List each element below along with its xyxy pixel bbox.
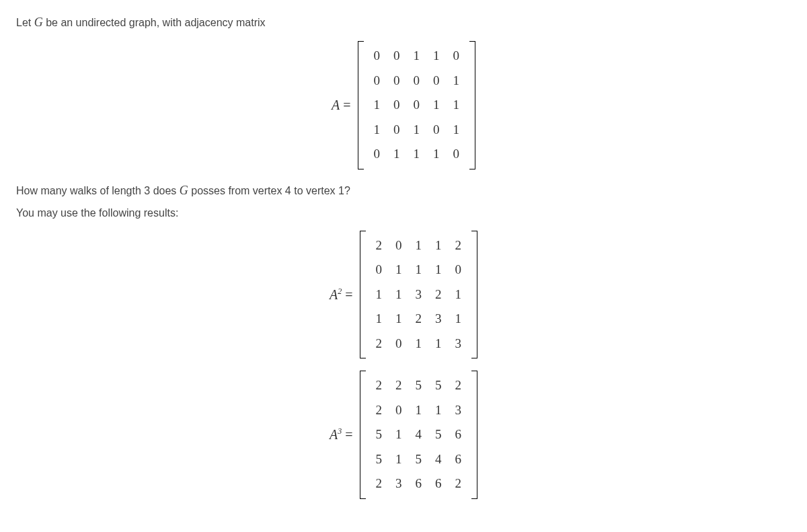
matrix-cell: 2	[428, 282, 449, 307]
matrix-cell: 6	[449, 422, 469, 447]
matrix-a-eq: =	[340, 98, 350, 112]
matrix-row-cells: 20113	[369, 398, 469, 423]
matrix-a3-var: A	[330, 427, 338, 442]
matrix-cell: 0	[367, 69, 387, 93]
matrix-cell: 1	[369, 282, 389, 307]
matrix-cell: 0	[367, 44, 387, 69]
matrix-cell: 4	[428, 447, 449, 472]
matrix-a2-row: A2 = 2011201110113211123120113	[16, 231, 791, 359]
matrix-cell: 1	[389, 422, 409, 447]
matrix-a-label: A =	[332, 95, 351, 115]
matrix-cell: 1	[367, 118, 387, 143]
matrix-cell: 0	[387, 44, 407, 69]
matrix-row-cells: 20112	[369, 233, 469, 258]
matrix-a-row: A = 0011000001100111010101110	[16, 41, 791, 169]
matrix-row-cells: 11231	[369, 307, 469, 332]
matrix-cell: 1	[428, 332, 449, 356]
matrix-a2-var: A	[330, 287, 338, 302]
matrix-a-var: A	[332, 98, 340, 112]
matrix-a2-label: A2 =	[330, 284, 353, 305]
matrix-cell: 0	[449, 258, 469, 282]
matrix-cell: 0	[426, 69, 447, 93]
matrix-a-table: 0011000001100111010101110	[367, 44, 467, 167]
intro-prefix: Let	[16, 17, 34, 28]
matrix-row-cells: 00110	[367, 44, 467, 69]
matrix-cell: 2	[449, 471, 469, 496]
matrix-cell: 1	[428, 258, 449, 282]
matrix-cell: 0	[389, 398, 409, 423]
matrix-cell: 1	[407, 118, 427, 143]
matrix-row-cells: 10011	[367, 93, 467, 118]
matrix-cell: 0	[426, 118, 447, 143]
matrix-cell: 2	[409, 307, 429, 332]
matrix-cell: 1	[389, 282, 409, 307]
matrix-cell: 0	[407, 93, 427, 118]
matrix-cell: 2	[369, 332, 389, 356]
matrix-cell: 1	[409, 332, 429, 356]
intro-graph-var: G	[34, 15, 43, 29]
matrix-cell: 1	[369, 307, 389, 332]
matrix-row-cells: 10101	[367, 118, 467, 143]
matrix-cell: 1	[447, 69, 467, 93]
matrix-cell: 1	[447, 93, 467, 118]
matrix-row-cells: 01110	[367, 142, 467, 167]
matrix-cell: 1	[387, 142, 407, 167]
matrix-cell: 5	[369, 447, 389, 472]
matrix-cell: 0	[367, 142, 387, 167]
intro-suffix: be an undirected graph, with adjacency m…	[43, 17, 266, 28]
matrix-cell: 0	[387, 118, 407, 143]
matrix-cell: 1	[389, 258, 409, 282]
matrix-cell: 0	[447, 44, 467, 69]
matrix-cell: 2	[369, 373, 389, 398]
matrix-cell: 1	[407, 44, 427, 69]
matrix-cell: 1	[409, 258, 429, 282]
matrix-cell: 5	[409, 447, 429, 472]
matrix-cell: 1	[428, 398, 449, 423]
matrix-cell: 5	[428, 422, 449, 447]
matrix-row-cells: 22552	[369, 373, 469, 398]
matrix-cell: 1	[367, 93, 387, 118]
matrix-cell: 2	[449, 233, 469, 258]
matrix-cell: 3	[409, 282, 429, 307]
matrix-cell: 5	[369, 422, 389, 447]
matrix-cell: 0	[389, 332, 409, 356]
matrix-cell: 0	[387, 93, 407, 118]
hint-line: You may use the following results:	[16, 205, 791, 221]
matrix-a3-label: A3 =	[330, 424, 353, 445]
matrix-cell: 1	[409, 398, 429, 423]
matrix-cell: 5	[428, 373, 449, 398]
matrix-cell: 1	[426, 142, 447, 167]
matrix-cell: 0	[387, 69, 407, 93]
matrix-cell: 5	[409, 373, 429, 398]
matrix-cell: 3	[449, 332, 469, 356]
matrix-cell: 1	[389, 307, 409, 332]
matrix-cell: 1	[409, 233, 429, 258]
matrix-cell: 0	[369, 258, 389, 282]
matrix-row-cells: 20113	[369, 332, 469, 356]
matrix-cell: 0	[407, 69, 427, 93]
matrix-row-cells: 01110	[369, 258, 469, 282]
matrix-cell: 3	[449, 398, 469, 423]
matrix-row-cells: 51456	[369, 422, 469, 447]
matrix-cell: 0	[447, 142, 467, 167]
matrix-cell: 2	[449, 373, 469, 398]
problem-intro: Let G be an undirected graph, with adjac…	[16, 13, 791, 32]
question-graph-var: G	[180, 184, 188, 197]
matrix-cell: 3	[389, 471, 409, 496]
matrix-cell: 2	[369, 471, 389, 496]
matrix-cell: 2	[369, 233, 389, 258]
matrix-a2: 2011201110113211123120113	[360, 231, 478, 359]
question-suffix: posses from vertex 4 to vertex 1?	[188, 185, 350, 196]
matrix-row-cells: 51546	[369, 447, 469, 472]
matrix-a2-table: 2011201110113211123120113	[369, 233, 469, 356]
question-prefix: How many walks of length 3 does	[16, 185, 180, 196]
matrix-cell: 2	[369, 398, 389, 423]
matrix-cell: 1	[449, 307, 469, 332]
matrix-a2-eq: =	[342, 287, 352, 302]
matrix-row-cells: 23662	[369, 471, 469, 496]
matrix-cell: 6	[409, 471, 429, 496]
matrix-a3-table: 2255220113514565154623662	[369, 373, 469, 496]
matrix-cell: 3	[428, 307, 449, 332]
matrix-cell: 1	[426, 93, 447, 118]
matrix-cell: 1	[426, 44, 447, 69]
